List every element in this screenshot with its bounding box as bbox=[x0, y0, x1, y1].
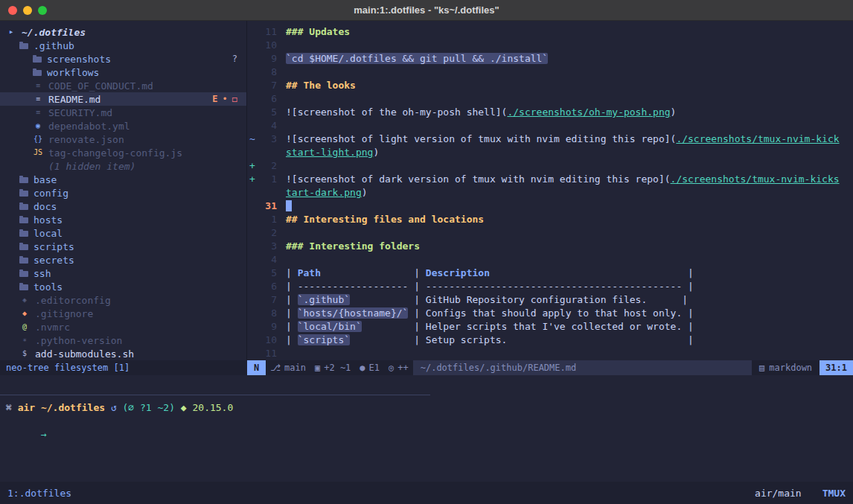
editor-line[interactable]: 2 bbox=[247, 226, 853, 240]
shell-pane[interactable]: ⌘ air ~/.dotfiles ↺ (∅ ?1 ~2) ◆ 20.15.0 … bbox=[0, 395, 853, 482]
line-number: 3 bbox=[258, 133, 277, 146]
tree-item-secrets[interactable]: secrets bbox=[0, 253, 246, 267]
gutter-sign bbox=[247, 213, 258, 226]
line-text: ![screenshot of the oh-my-posh shell](./… bbox=[286, 106, 676, 119]
tree-item-.github[interactable]: .github bbox=[0, 39, 246, 52]
statusline: neo-tree filesystem [1] N ⎇ main ▣ +2 ~1… bbox=[0, 360, 853, 375]
tree-item-.editorconfig[interactable]: ◈.editorconfig bbox=[0, 293, 246, 307]
tree-item-tag-changelog-config.js[interactable]: JStag-changelog-config.js bbox=[0, 146, 246, 159]
editor-line[interactable]: start-light.png) bbox=[247, 146, 853, 159]
vim-mode-indicator: N bbox=[247, 360, 266, 375]
editor-line[interactable]: 11### Updates bbox=[247, 25, 853, 39]
folder-icon bbox=[19, 177, 28, 183]
editor-line[interactable]: 9| `local/bin` | Helper scripts that I'v… bbox=[247, 320, 853, 334]
tree-item-config[interactable]: config bbox=[0, 186, 246, 200]
tree-item-label: .editorconfig bbox=[35, 295, 111, 306]
tree-item-readme.md[interactable]: ≡README.mdE•◻ bbox=[0, 92, 246, 106]
line-number: 5 bbox=[258, 106, 277, 119]
editor-line[interactable]: 10| `scripts` | Setup scripts. | bbox=[247, 334, 853, 347]
editor-line[interactable]: 11 bbox=[247, 347, 853, 360]
line-text: | Path | Description | bbox=[286, 267, 694, 280]
tree-item-workflows[interactable]: workflows bbox=[0, 66, 246, 79]
text-segment: `local/bin` bbox=[298, 321, 362, 332]
editor-line[interactable]: 10 bbox=[247, 39, 853, 52]
markdown-link[interactable]: ./screenshots/tmux-nvim-kick bbox=[676, 133, 839, 144]
editor-line[interactable]: 4 bbox=[247, 119, 853, 133]
tree-item-code-of-conduct.md[interactable]: ≡CODE_OF_CONDUCT.md bbox=[0, 79, 246, 92]
editor-line[interactable]: 9`cd $HOME/.dotfiles && git pull && ./in… bbox=[247, 52, 853, 66]
tree-item-add-submodules.sh[interactable]: $add-submodules.sh bbox=[0, 347, 246, 360]
extras-icon: ◎ bbox=[389, 360, 394, 375]
editor-line[interactable]: 4 bbox=[247, 253, 853, 267]
editor-line[interactable]: +2 bbox=[247, 159, 853, 173]
file-tree: ▸~/.dotfiles.githubscreenshots?workflows… bbox=[0, 21, 247, 360]
tree-item-tools[interactable]: tools bbox=[0, 280, 246, 293]
tree-item-.python-version[interactable]: ∗.python-version bbox=[0, 334, 246, 347]
editor-line[interactable]: 6| ------------------- | ---------------… bbox=[247, 280, 853, 293]
text-segment: ## The looks bbox=[286, 80, 356, 91]
tree-item-1-hidden-item[interactable]: (1 hidden item) bbox=[0, 159, 246, 173]
text-segment: `scripts` bbox=[298, 334, 350, 345]
minimize-button[interactable] bbox=[23, 6, 32, 15]
tmux-window-name[interactable]: 1:.dotfiles bbox=[7, 488, 71, 499]
tmux-right-status: air/main TMUX bbox=[755, 488, 846, 499]
editor-line[interactable]: 1## Interesting files and locations bbox=[247, 213, 853, 226]
folder-icon bbox=[19, 244, 28, 250]
markdown-link[interactable]: tart-dark.png bbox=[286, 187, 362, 198]
tree-item-docs[interactable]: docs bbox=[0, 200, 246, 213]
editor-line[interactable]: 5![screenshot of the oh-my-posh shell](.… bbox=[247, 106, 853, 119]
tree-item-label: renovate.json bbox=[48, 134, 124, 145]
close-button[interactable] bbox=[8, 6, 17, 15]
editor-line[interactable]: 6 bbox=[247, 92, 853, 106]
folder-icon bbox=[33, 70, 42, 76]
tree-item-label: ssh bbox=[33, 268, 51, 279]
tree-item-scripts[interactable]: scripts bbox=[0, 240, 246, 253]
markdown-file-icon: ≡ bbox=[33, 92, 43, 106]
line-number: 10 bbox=[258, 334, 277, 347]
editor-line[interactable]: +1![screenshot of dark version of tmux w… bbox=[247, 173, 853, 186]
tree-item-security.md[interactable]: ≡SECURITY.md bbox=[0, 106, 246, 119]
folder-icon bbox=[19, 231, 28, 237]
markdown-link[interactable]: ./screenshots/tmux-nvim-kicks bbox=[671, 173, 840, 185]
editor-line[interactable]: 31 bbox=[247, 200, 853, 213]
markdown-link[interactable]: ./screenshots/oh-my-posh.png bbox=[507, 106, 670, 118]
editor-line[interactable]: 7| `.github` | GitHub Repository configu… bbox=[247, 293, 853, 307]
gutter-sign: + bbox=[247, 173, 258, 186]
shell-script-file-icon: $ bbox=[19, 347, 30, 360]
editor-line[interactable]: 3### Interesting folders bbox=[247, 240, 853, 253]
tree-item-local[interactable]: local bbox=[0, 226, 246, 240]
tree-item-label: local bbox=[33, 228, 63, 239]
editor-line[interactable]: ~3![screenshot of light version of tmux … bbox=[247, 133, 853, 146]
editor-buffer[interactable]: 11### Updates 10 9`cd $HOME/.dotfiles &&… bbox=[247, 21, 853, 360]
tree-item-.dotfiles[interactable]: ▸~/.dotfiles bbox=[0, 25, 246, 39]
tree-item-dependabot.yml[interactable]: ◉dependabot.yml bbox=[0, 119, 246, 133]
tree-item-renovate.json[interactable]: {}renovate.json bbox=[0, 133, 246, 146]
tree-item-label: workflows bbox=[47, 67, 99, 78]
markdown-link[interactable]: start-light.png bbox=[286, 147, 373, 158]
folder-icon bbox=[19, 271, 28, 277]
gutter-sign bbox=[247, 200, 258, 213]
line-text: `cd $HOME/.dotfiles && git pull && ./ins… bbox=[286, 52, 548, 66]
editor-line[interactable]: 8| `hosts/{hostname}/` | Configs that sh… bbox=[247, 307, 853, 320]
editor-line[interactable]: 7## The looks bbox=[247, 79, 853, 92]
line-text: ![screenshot of light version of tmux wi… bbox=[286, 133, 840, 146]
line-text: ![screenshot of dark version of tmux wit… bbox=[286, 173, 840, 186]
line-number: 11 bbox=[258, 25, 277, 39]
tree-item-label: README.md bbox=[48, 94, 100, 105]
filetype-segment: ▤ markdown bbox=[752, 360, 820, 375]
text-segment: ### Updates bbox=[286, 26, 350, 37]
tree-item-label: scripts bbox=[33, 241, 74, 252]
tree-item-screenshots[interactable]: screenshots? bbox=[0, 52, 246, 66]
zoom-button[interactable] bbox=[38, 6, 47, 15]
editor-line[interactable]: tart-dark.png) bbox=[247, 186, 853, 200]
editor-line[interactable]: 8 bbox=[247, 66, 853, 79]
cursor bbox=[286, 200, 292, 211]
gutter-sign bbox=[247, 253, 258, 267]
tree-item-ssh[interactable]: ssh bbox=[0, 267, 246, 280]
tree-item-.gitignore[interactable]: ◆.gitignore bbox=[0, 307, 246, 320]
line-number: 6 bbox=[258, 280, 277, 293]
editor-line[interactable]: 5| Path | Description | bbox=[247, 267, 853, 280]
tree-item-base[interactable]: base bbox=[0, 173, 246, 186]
tree-item-.nvmrc[interactable]: @.nvmrc bbox=[0, 320, 246, 334]
tree-item-hosts[interactable]: hosts bbox=[0, 213, 246, 226]
